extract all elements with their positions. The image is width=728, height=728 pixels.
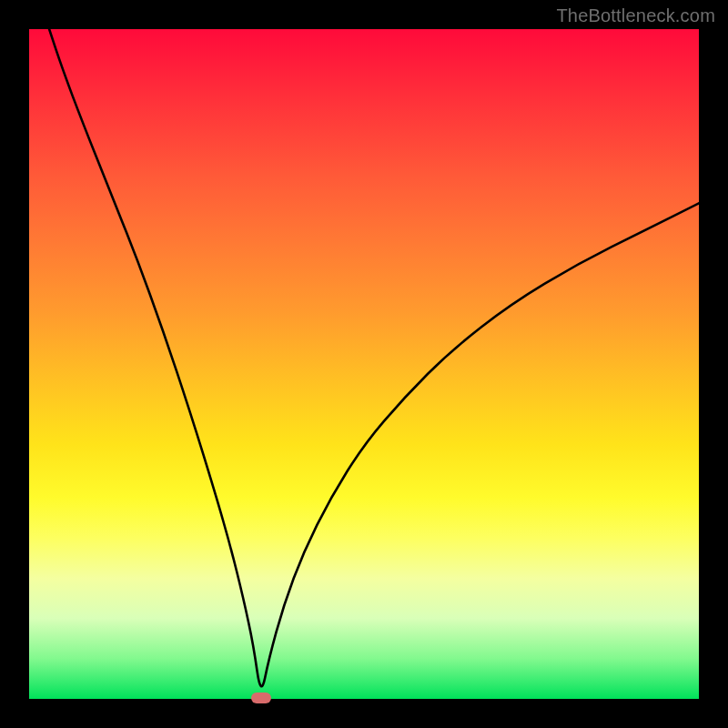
- watermark-text: TheBottleneck.com: [556, 5, 715, 26]
- chart-frame: TheBottleneck.com: [0, 0, 728, 728]
- minimum-marker: [251, 693, 271, 703]
- bottleneck-curve-path: [49, 29, 699, 686]
- curve-layer: [29, 29, 699, 699]
- plot-area: [29, 29, 699, 699]
